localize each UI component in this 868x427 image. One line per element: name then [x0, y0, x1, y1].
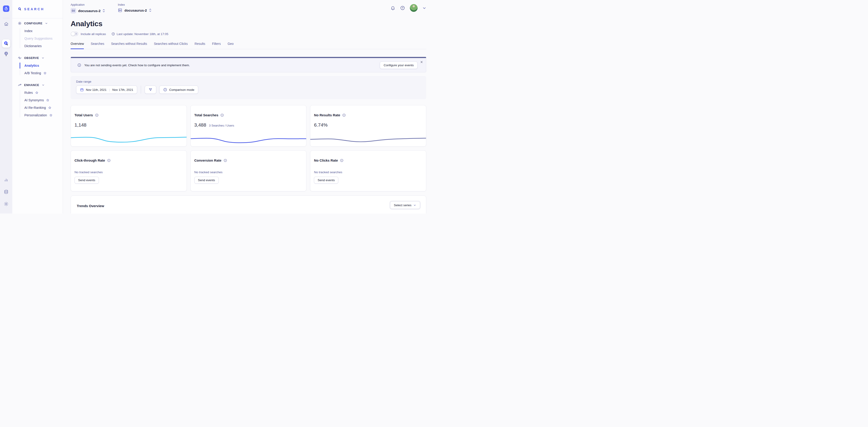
filters-button[interactable] — [145, 86, 156, 94]
star-icon — [49, 113, 53, 117]
chevron-down-icon — [423, 6, 426, 10]
sort-chevrons-icon — [102, 9, 105, 12]
comparison-mode-label: Comparison mode — [169, 88, 194, 92]
search-product-icon — [4, 41, 9, 46]
info-icon[interactable] — [107, 159, 111, 162]
section-header-configure[interactable]: CONFIGURE — [18, 22, 63, 25]
card-title: No Clicks Rate — [314, 158, 338, 162]
data-sources-button[interactable] — [2, 188, 10, 196]
card-title: Click-through Rate — [74, 158, 105, 162]
info-icon[interactable] — [223, 159, 227, 162]
select-series-button[interactable]: Select series — [390, 201, 420, 209]
header-meta-row: Include all replicas Last update: Novemb… — [71, 32, 426, 36]
info-icon — [77, 63, 81, 67]
card-title: Conversion Rate — [194, 158, 221, 162]
toggle-off-x-icon — [75, 33, 78, 35]
sidebar: SEARCH CONFIGURE — [12, 0, 63, 214]
section-header-observe[interactable]: OBSERVE — [18, 56, 63, 60]
help-button[interactable]: ? — [400, 5, 405, 10]
sidebar-item-label: Query Suggestions — [24, 37, 53, 40]
sidebar-item-rules[interactable]: Rules — [20, 90, 63, 95]
chevron-down-icon — [45, 22, 48, 25]
search-product-button[interactable] — [2, 39, 10, 47]
configure-events-button[interactable]: Configure your events — [380, 61, 417, 69]
card-no-clicks-rate: No Clicks Rate No tracked searches Send … — [310, 151, 426, 191]
star-icon — [35, 91, 38, 95]
card-title: Total Users — [74, 113, 93, 117]
sidebar-item-ai-synonyms[interactable]: AI Synonyms — [20, 98, 63, 102]
star-icon — [43, 71, 47, 75]
controls-divider — [141, 86, 141, 94]
index-select[interactable]: docusaurus-2 — [118, 8, 151, 12]
info-icon[interactable] — [340, 159, 344, 162]
gear-icon — [18, 22, 22, 25]
org-logo-tile[interactable] — [3, 5, 9, 12]
section-header-enhance[interactable]: ENHANCE — [18, 83, 63, 87]
sidebar-item-label: Personalization — [24, 113, 47, 117]
section-label: OBSERVE — [24, 57, 39, 60]
application-select[interactable]: D2 docusaurus-2 — [71, 8, 105, 13]
tab-searches[interactable]: Searches — [91, 42, 104, 49]
home-nav-button[interactable] — [2, 20, 10, 28]
metric-subtitle: 3 Searches / Users — [209, 124, 234, 127]
tab-searches-without-clicks[interactable]: Searches without Clicks — [154, 42, 188, 49]
tab-searches-without-results[interactable]: Searches without Results — [111, 42, 147, 49]
analytics-tabs: Overview Searches Searches without Resul… — [71, 42, 426, 49]
date-range-label: Date range — [76, 80, 421, 83]
search-logo[interactable]: SEARCH — [12, 0, 63, 19]
tab-geo[interactable]: Geo — [227, 42, 234, 49]
index-switcher: Index docusaurus-2 — [118, 3, 151, 13]
chevron-down-icon — [41, 57, 44, 59]
stopwatch-icon — [4, 7, 8, 11]
activity-pulse-icon — [18, 56, 22, 60]
application-label: Application — [71, 3, 105, 6]
notifications-button[interactable] — [391, 6, 395, 10]
info-icon[interactable] — [342, 113, 346, 117]
send-events-button[interactable]: Send events — [314, 177, 338, 184]
star-icon — [46, 99, 50, 102]
user-menu-chevron[interactable] — [423, 6, 426, 10]
date-range-start: Nov 11th, 2021 — [86, 88, 106, 92]
metric-value: 1,148 — [74, 122, 87, 128]
sidebar-item-label: Analytics — [24, 64, 39, 67]
section-label: CONFIGURE — [24, 22, 42, 25]
sidebar-item-analytics[interactable]: Analytics — [20, 63, 63, 68]
date-range-picker[interactable]: Nov 11th, 2021 | Nov 17th, 2021 — [76, 86, 137, 94]
sidebar-item-personalization[interactable]: Personalization — [20, 113, 63, 118]
settings-button[interactable] — [2, 200, 10, 208]
sidebar-item-index[interactable]: Index — [20, 29, 63, 33]
usage-analytics-button[interactable] — [2, 176, 10, 184]
tab-filters[interactable]: Filters — [212, 42, 221, 49]
user-menu-cluster: ? — [391, 4, 426, 12]
sidebar-item-ai-reranking[interactable]: AI Re-Ranking — [20, 105, 63, 110]
tab-results[interactable]: Results — [194, 42, 205, 49]
card-total-users: Total Users 1,148 — [71, 105, 187, 146]
chevron-down-icon — [42, 84, 45, 87]
sidebar-section-observe: OBSERVE Analytics A/B Testing — [18, 56, 63, 75]
sidebar-item-label: Dictionaries — [24, 44, 42, 48]
empty-state-text: No tracked searches — [74, 170, 183, 174]
sidebar-item-ab-testing[interactable]: A/B Testing — [20, 71, 63, 75]
date-range-panel: Date range Nov 11th, 2021 | Nov 17th, 20… — [71, 76, 426, 99]
star-icon — [48, 106, 52, 109]
send-events-button[interactable]: Send events — [74, 177, 99, 184]
include-replicas-toggle[interactable] — [71, 32, 79, 36]
banner-close-button[interactable] — [420, 61, 423, 64]
info-icon[interactable] — [220, 113, 224, 117]
include-replicas-label: Include all replicas — [81, 32, 106, 36]
bell-icon — [391, 6, 395, 10]
user-avatar[interactable] — [410, 4, 417, 12]
trends-title: Trends Overview — [77, 204, 104, 208]
lightbulb-icon — [3, 51, 9, 57]
sidebar-item-query-suggestions[interactable]: Query Suggestions — [20, 36, 63, 41]
comparison-mode-button[interactable]: Comparison mode — [159, 86, 198, 94]
chevron-down-icon — [413, 204, 416, 207]
tab-overview[interactable]: Overview — [71, 42, 84, 49]
svg-text:?: ? — [402, 7, 403, 9]
info-icon[interactable] — [95, 113, 99, 117]
sidebar-item-label: A/B Testing — [24, 71, 41, 75]
send-events-button[interactable]: Send events — [194, 177, 219, 184]
trends-overview-card: Trends Overview Select series — [71, 196, 426, 214]
recommend-product-button[interactable] — [2, 50, 10, 58]
sidebar-item-dictionaries[interactable]: Dictionaries — [20, 44, 63, 48]
